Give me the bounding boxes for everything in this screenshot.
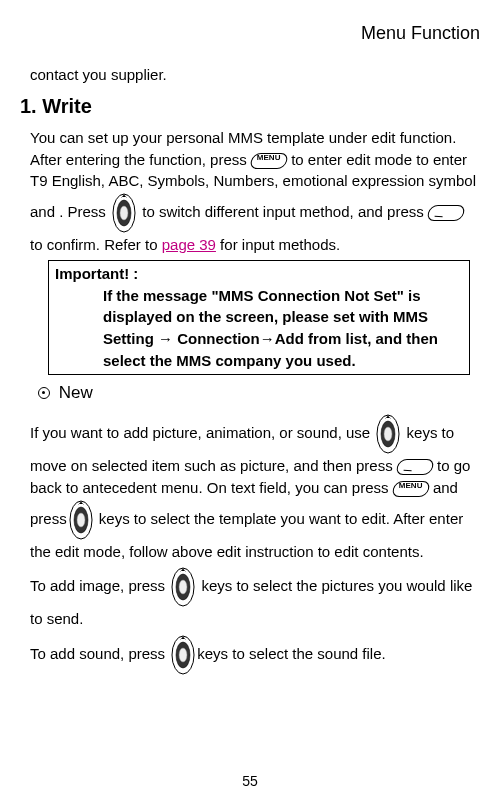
subsection-heading: New [38,381,480,406]
paragraph-1: You can set up your personal MMS templat… [30,127,480,256]
subsection-title: New [59,383,93,402]
nav-keys-icon [110,192,138,234]
bullet-icon [38,387,50,399]
paragraph-3: To add image, press keys to select the p… [30,566,480,630]
nav-keys-icon [169,566,197,608]
important-box: Important! : If the message "MMS Connect… [48,260,470,375]
paragraph-4: To add sound, press keys to select the s… [30,634,480,676]
important-content: If the message "MMS Connection Not Set" … [103,285,463,372]
confirm-button-icon [395,459,435,475]
nav-keys-icon [67,499,95,541]
menu-button-icon: MENU [249,153,289,169]
section-title: Write [42,95,92,117]
intro-text: contact you supplier. [30,64,480,86]
nav-keys-icon [374,413,402,455]
page-header: Menu Function [20,20,480,46]
section-number: 1. [20,95,37,117]
menu-button-icon: MENU [391,481,431,497]
header-title: Menu Function [361,23,480,43]
page-number: 55 [0,771,500,791]
important-label: Important! : [55,263,463,285]
paragraph-2: If you want to add picture, animation, o… [30,413,480,562]
page-link[interactable]: page 39 [162,236,216,253]
confirm-button-icon [426,205,466,221]
section-heading: 1. Write [20,92,480,121]
nav-keys-icon [169,634,197,676]
